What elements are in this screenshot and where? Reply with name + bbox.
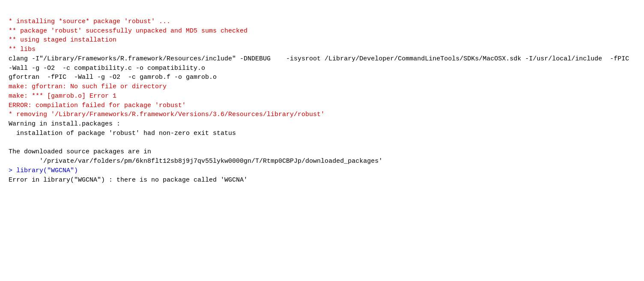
terminal-line: Warning in install.packages :: [9, 120, 635, 129]
terminal-line: The downloaded source packages are in: [9, 147, 635, 157]
terminal-line: ERROR: compilation failed for package 'r…: [9, 101, 635, 111]
terminal-output: * installing *source* package 'robust' .…: [9, 8, 635, 185]
terminal-line: ** libs: [9, 45, 635, 54]
terminal-line: make: *** [gamrob.o] Error 1: [9, 92, 635, 101]
terminal-line: make: gfortran: No such file or director…: [9, 82, 635, 92]
terminal-line: * removing '/Library/Frameworks/R.framew…: [9, 110, 635, 120]
terminal-line: installation of package 'robust' had non…: [9, 129, 635, 138]
terminal-line: * installing *source* package 'robust' .…: [9, 17, 635, 27]
terminal-line: ** using staged installation: [9, 36, 635, 45]
terminal-line: clang -I"/Library/Frameworks/R.framework…: [9, 54, 635, 73]
terminal-line: > library("WGCNA"): [9, 166, 635, 176]
terminal-empty-line: [9, 138, 635, 148]
terminal-line: '/private/var/folders/pm/6kn8flt12sb8j9j…: [9, 157, 635, 166]
terminal-line: gfortran -fPIC -Wall -g -O2 -c gamrob.f …: [9, 73, 635, 82]
terminal-line: Error in library("WGCNA") : there is no …: [9, 176, 635, 185]
terminal-line: ** package 'robust' successfully unpacke…: [9, 27, 635, 36]
